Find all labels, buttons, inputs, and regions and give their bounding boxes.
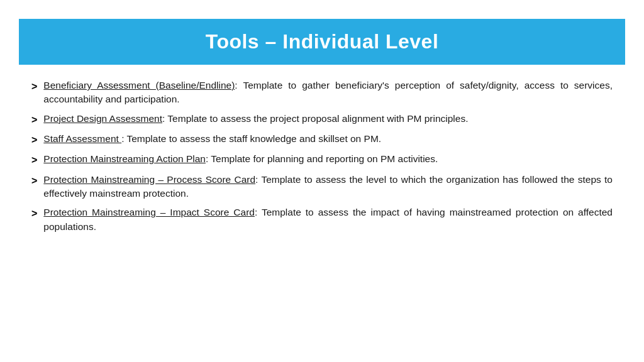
content-area: > Beneficiary Assessment (Baseline/Endli… [0, 65, 644, 362]
bullet-link-3: Staff Assessment [43, 133, 121, 144]
bullet-link-5: Protection Mainstreaming – Process Score… [43, 174, 255, 185]
bullet-desc-4: : Template for planning and reporting on… [206, 153, 438, 164]
bullet-item-1: > Beneficiary Assessment (Baseline/Endli… [31, 79, 613, 107]
bullet-text-5: Protection Mainstreaming – Process Score… [43, 173, 613, 201]
bullet-item-4: > Protection Mainstreaming Action Plan: … [31, 152, 613, 167]
bullet-item-3: > Staff Assessment : Template to assess … [31, 132, 613, 147]
bullet-text-3: Staff Assessment : Template to assess th… [43, 132, 381, 146]
slide: Tools – Individual Level > Beneficiary A… [0, 0, 644, 362]
bullet-arrow-1: > [31, 79, 37, 94]
slide-header: Tools – Individual Level [19, 19, 625, 65]
bullet-link-6: Protection Mainstreaming – Impact Score … [43, 207, 255, 217]
bullet-item-5: > Protection Mainstreaming – Process Sco… [31, 173, 613, 201]
bullet-link-1: Beneficiary Assessment (Baseline/Endline… [43, 80, 235, 90]
bullet-desc-2: : Template to assess the project proposa… [162, 113, 468, 124]
bullet-link-2: Project Design Assessment [43, 113, 162, 124]
bullet-arrow-5: > [31, 173, 37, 188]
bullet-desc-3: : Template to assess the staff knowledge… [121, 133, 381, 144]
bullet-arrow-3: > [31, 133, 37, 147]
bullet-item-6: > Protection Mainstreaming – Impact Scor… [31, 206, 613, 234]
bullet-item-2: > Project Design Assessment: Template to… [31, 112, 613, 127]
bullet-text-6: Protection Mainstreaming – Impact Score … [43, 206, 613, 234]
bullet-arrow-2: > [31, 112, 37, 127]
bullet-arrow-6: > [31, 206, 37, 221]
bullet-text-1: Beneficiary Assessment (Baseline/Endline… [43, 79, 613, 107]
bullet-arrow-4: > [31, 153, 37, 167]
bullet-text-4: Protection Mainstreaming Action Plan: Te… [43, 152, 438, 166]
bullet-text-2: Project Design Assessment: Template to a… [43, 112, 468, 126]
slide-title: Tools – Individual Level [44, 30, 600, 53]
bullet-link-4: Protection Mainstreaming Action Plan [43, 153, 206, 164]
